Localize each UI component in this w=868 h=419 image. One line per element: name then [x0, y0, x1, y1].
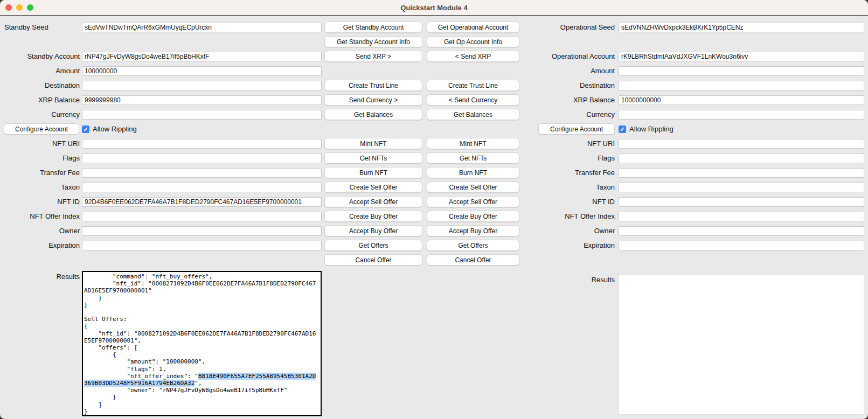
row-owner: Owner Accept Buy Offer Accept Buy Offer … — [0, 224, 868, 238]
get-operational-account-button[interactable]: Get Operational Account — [427, 22, 519, 33]
operational-expiration-input[interactable] — [619, 241, 864, 250]
standby-owner-label: Owner — [0, 227, 82, 235]
zoom-button[interactable] — [27, 4, 33, 11]
standby-transfer-fee-input[interactable] — [82, 168, 322, 178]
allow-rippling-standby-checkbox[interactable]: ✓ — [82, 125, 89, 133]
cancel-offer-standby-button[interactable]: Cancel Offer — [324, 254, 422, 266]
create-trust-line-standby-button[interactable]: Create Trust Line — [324, 80, 422, 91]
send-currency-right-button[interactable]: Send Currency > — [324, 94, 422, 106]
operational-transfer-fee-label: Transfer Fee — [519, 169, 619, 177]
operational-currency-input[interactable] — [619, 110, 864, 120]
mint-nft-standby-button[interactable]: Mint NFT — [324, 138, 422, 149]
operational-taxon-input[interactable] — [619, 183, 864, 192]
titlebar: Quickstart Module 4 — [0, 0, 868, 16]
send-currency-left-button[interactable]: < Send Currency — [427, 94, 519, 106]
close-button[interactable] — [5, 4, 12, 11]
standby-taxon-label: Taxon — [0, 183, 82, 191]
row-nft-offer-index: NFT Offer Index Create Buy Offer Create … — [0, 209, 868, 224]
standby-expiration-label: Expiration — [0, 241, 82, 249]
standby-results-label: Results — [0, 273, 82, 281]
get-nfts-operational-button[interactable]: Get NFTs — [427, 152, 519, 164]
standby-account-label: Standby Account — [0, 52, 82, 60]
operational-currency-label: Currency — [519, 110, 619, 118]
minimize-button[interactable] — [16, 4, 23, 11]
get-standby-account-info-button[interactable]: Get Standby Account Info — [324, 36, 422, 47]
standby-nft-id-label: NFT ID — [0, 198, 82, 206]
get-balances-operational-button[interactable]: Get Balances — [427, 109, 519, 120]
standby-nft-offer-index-input[interactable] — [82, 212, 322, 221]
cancel-offer-operational-button[interactable]: Cancel Offer — [427, 254, 519, 266]
burn-nft-operational-button[interactable]: Burn NFT — [427, 167, 519, 178]
get-op-account-info-button[interactable]: Get Op Account Info — [427, 36, 519, 47]
standby-flags-input[interactable] — [82, 153, 322, 163]
create-sell-offer-standby-button[interactable]: Create Sell Offer — [324, 181, 422, 193]
accept-buy-offer-operational-button[interactable]: Accept Buy Offer — [427, 225, 519, 236]
standby-destination-label: Destination — [0, 81, 82, 89]
standby-amount-input[interactable] — [82, 66, 322, 76]
form-area: Standby Seed Get Standby Account Get Ope… — [0, 16, 868, 416]
row-destination: Destination Create Trust Line Create Tru… — [0, 78, 868, 93]
standby-owner-input[interactable] — [82, 226, 322, 236]
row-account-info: Get Standby Account Info Get Op Account … — [0, 34, 868, 49]
standby-currency-input[interactable] — [82, 110, 322, 120]
get-nfts-standby-button[interactable]: Get NFTs — [324, 152, 422, 164]
send-xrp-left-button[interactable]: < Send XRP — [427, 51, 519, 62]
standby-seed-input[interactable] — [82, 23, 322, 32]
operational-flags-input[interactable] — [619, 153, 864, 163]
accept-sell-offer-operational-button[interactable]: Accept Sell Offer — [427, 196, 519, 207]
standby-balance-input[interactable] — [82, 95, 322, 105]
row-configure: Configure Account ✓ Allow Rippling Confi… — [0, 122, 868, 136]
standby-seed-label: Standby Seed — [0, 23, 82, 31]
operational-seed-input[interactable] — [619, 23, 864, 32]
standby-expiration-input[interactable] — [82, 241, 322, 250]
standby-taxon-input[interactable] — [82, 183, 322, 192]
accept-buy-offer-standby-button[interactable]: Accept Buy Offer — [324, 225, 422, 236]
operational-owner-input[interactable] — [619, 226, 864, 236]
create-buy-offer-standby-button[interactable]: Create Buy Offer — [324, 211, 422, 222]
operational-transfer-fee-input[interactable] — [619, 168, 864, 178]
operational-destination-input[interactable] — [619, 81, 864, 90]
operational-destination-label: Destination — [519, 81, 619, 89]
operational-amount-input[interactable] — [619, 66, 864, 76]
operational-balance-input[interactable] — [619, 95, 864, 105]
operational-taxon-label: Taxon — [519, 183, 619, 191]
checkmark-icon: ✓ — [83, 126, 88, 132]
get-balances-standby-button[interactable]: Get Balances — [324, 109, 422, 120]
row-flags: Flags Get NFTs Get NFTs Flags — [0, 151, 868, 165]
create-buy-offer-operational-button[interactable]: Create Buy Offer — [427, 211, 519, 222]
operational-nft-uri-input[interactable] — [619, 139, 864, 149]
checkmark-icon: ✓ — [620, 126, 624, 132]
create-sell-offer-operational-button[interactable]: Create Sell Offer — [427, 181, 519, 193]
standby-nft-uri-label: NFT URI — [0, 139, 82, 148]
app-window: Quickstart Module 4 Standby Seed Get Sta… — [0, 0, 868, 419]
row-taxon: Taxon Create Sell Offer Create Sell Offe… — [0, 180, 868, 194]
operational-nft-offer-index-label: NFT Offer Index — [519, 212, 619, 220]
operational-nft-id-label: NFT ID — [519, 198, 619, 206]
send-xrp-right-button[interactable]: Send XRP > — [324, 51, 422, 62]
row-account: Standby Account Send XRP > < Send XRP Op… — [0, 49, 868, 64]
configure-account-standby-button[interactable]: Configure Account — [4, 123, 79, 135]
allow-rippling-operational-checkbox[interactable]: ✓ — [619, 125, 626, 133]
row-nft-uri: NFT URI Mint NFT Mint NFT NFT URI — [0, 136, 868, 151]
operational-nft-id-input[interactable] — [619, 197, 864, 207]
standby-results-textarea[interactable]: "command": "nft_buy_offers", "nft_id": "… — [82, 271, 322, 416]
accept-sell-offer-standby-button[interactable]: Accept Sell Offer — [324, 196, 422, 207]
get-standby-account-button[interactable]: Get Standby Account — [324, 22, 422, 33]
operational-results-textarea[interactable] — [619, 274, 864, 415]
create-trust-line-operational-button[interactable]: Create Trust Line — [427, 80, 519, 91]
operational-account-input[interactable] — [619, 52, 864, 61]
burn-nft-standby-button[interactable]: Burn NFT — [324, 167, 422, 178]
get-offers-standby-button[interactable]: Get Offers — [324, 240, 422, 251]
standby-account-input[interactable] — [82, 52, 322, 61]
standby-destination-input[interactable] — [82, 81, 322, 90]
results-text-before: "command": "nft_buy_offers", "nft_id": "… — [84, 273, 316, 380]
standby-flags-label: Flags — [0, 154, 82, 162]
configure-account-operational-button[interactable]: Configure Account — [538, 123, 615, 135]
standby-nft-uri-input[interactable] — [82, 139, 322, 149]
get-offers-operational-button[interactable]: Get Offers — [427, 240, 519, 251]
mint-nft-operational-button[interactable]: Mint NFT — [427, 138, 519, 149]
row-nft-id: NFT ID Accept Sell Offer Accept Sell Off… — [0, 194, 868, 209]
standby-nft-id-input[interactable] — [82, 197, 322, 207]
row-currency: Currency Get Balances Get Balances Curre… — [0, 107, 868, 122]
operational-nft-offer-index-input[interactable] — [619, 212, 864, 221]
